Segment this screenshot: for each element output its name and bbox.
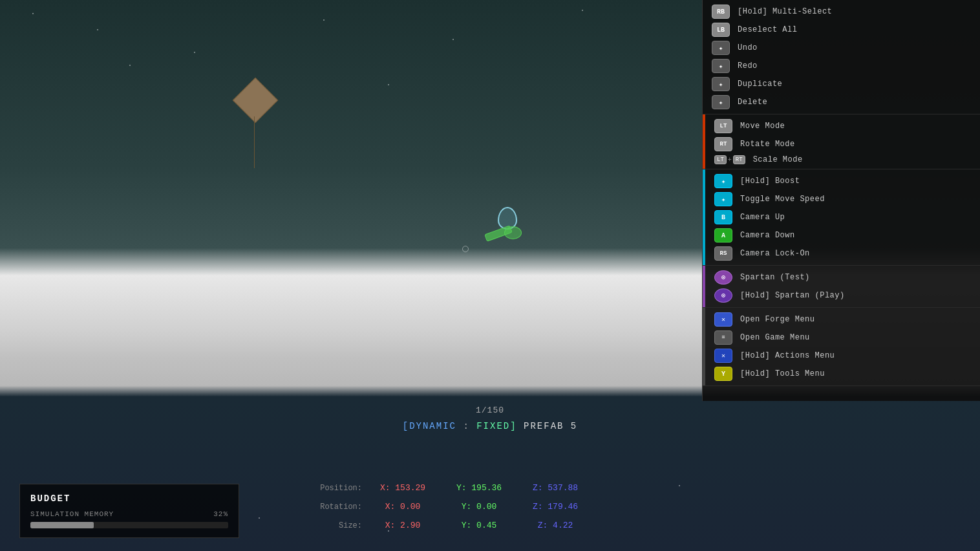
star xyxy=(453,39,454,40)
hold-boost-label: [Hold] Boost xyxy=(740,177,971,186)
budget-title: BUDGET xyxy=(30,493,228,504)
crosshair-dot xyxy=(462,246,469,252)
size-z: Z: 4.22 xyxy=(520,519,591,532)
lt-rt-buttons: LT + RT xyxy=(714,155,745,164)
menu-button: ≡ xyxy=(714,330,732,345)
object-name-separator: : xyxy=(463,421,476,431)
star xyxy=(32,13,34,14)
object-name-main: PREFAB 5 xyxy=(524,421,577,431)
control-move-mode: LT Move Mode xyxy=(703,117,980,135)
control-camera-down: A Camera Down xyxy=(703,226,980,244)
rotation-x: X: 0.00 xyxy=(367,501,438,513)
position-x: X: 153.29 xyxy=(367,482,438,494)
control-camera-lock-on: RS Camera Lock-On xyxy=(703,244,980,263)
control-scale-mode: LT + RT Scale Mode xyxy=(703,153,980,166)
diamond-pole xyxy=(254,116,255,168)
x-button-1: ✕ xyxy=(714,312,732,327)
plus-sign: + xyxy=(728,157,732,164)
sim-memory-percent: 32% xyxy=(213,510,228,518)
diamond-object xyxy=(233,78,278,123)
open-forge-menu-label: Open Forge Menu xyxy=(740,315,971,324)
x-button-2: ✕ xyxy=(714,349,732,363)
properties-panel: Position: X: 153.29 Y: 195.36 Z: 537.88 … xyxy=(317,482,737,538)
budget-panel: BUDGET SIMULATION MEMORY 32% xyxy=(19,484,239,538)
position-row: Position: X: 153.29 Y: 195.36 Z: 537.88 xyxy=(317,482,737,494)
camera-down-label: Camera Down xyxy=(740,231,971,240)
rotation-z: Z: 179.46 xyxy=(520,501,591,513)
dpad-speed-button: ✦ xyxy=(714,192,732,206)
section-menus: ✕ Open Forge Menu ≡ Open Game Menu ✕ [Ho… xyxy=(703,308,980,386)
star xyxy=(194,52,195,53)
sim-memory-label: SIMULATION MEMORY 32% xyxy=(30,510,228,518)
size-label: Size: xyxy=(317,521,362,530)
control-deselect-all: LB Deselect All xyxy=(703,21,980,39)
camera-up-label: Camera Up xyxy=(740,213,971,222)
position-y: Y: 195.36 xyxy=(443,482,515,494)
object-name-dynamic: [DYNAMIC xyxy=(403,421,456,431)
star xyxy=(259,517,260,519)
camera-lock-on-label: Camera Lock-On xyxy=(740,249,971,258)
rt-button-small: RT xyxy=(733,155,745,164)
rotation-label: Rotation: xyxy=(317,502,362,512)
a-button: A xyxy=(714,228,732,243)
open-game-menu-label: Open Game Menu xyxy=(740,333,971,342)
star xyxy=(97,29,98,30)
toggle-move-speed-label: Toggle Move Speed xyxy=(740,195,971,204)
rb-button: RB xyxy=(712,5,730,19)
control-hold-boost: ✦ [Hold] Boost xyxy=(703,172,980,190)
section-camera: ✦ [Hold] Boost ✦ Toggle Move Speed B Cam… xyxy=(703,169,980,266)
counter-value: 1/150 xyxy=(476,405,504,415)
control-undo: ✦ Undo xyxy=(703,39,980,57)
lt-button-small: LT xyxy=(714,155,727,164)
control-delete: ✦ Delete xyxy=(703,93,980,111)
hold-actions-menu-label: [Hold] Actions Menu xyxy=(740,351,971,360)
spartan-play-label: [Hold] Spartan (Play) xyxy=(740,291,971,300)
size-row: Size: X: 2.90 Y: 0.45 Z: 4.22 xyxy=(317,519,737,532)
lt-button: LT xyxy=(714,119,732,133)
control-hold-multiselect: RB [Hold] Multi-Select xyxy=(703,3,980,21)
y-button: Y xyxy=(714,367,732,381)
move-mode-label: Move Mode xyxy=(740,122,971,131)
rs-button: RS xyxy=(714,246,732,261)
control-spartan-play: ⊙ [Hold] Spartan (Play) xyxy=(703,286,980,305)
diamond-shape xyxy=(233,78,279,124)
dpad-right-button: ✦ xyxy=(712,95,730,109)
rt-button: RT xyxy=(714,137,732,151)
star xyxy=(582,10,583,11)
star xyxy=(388,84,389,85)
position-z: Z: 537.88 xyxy=(520,482,591,494)
object-name: [DYNAMIC : FIXED] PREFAB 5 xyxy=(403,421,577,431)
controls-panel: RB [Hold] Multi-Select LB Deselect All ✦… xyxy=(702,0,980,401)
object-counter: 1/150 xyxy=(476,405,504,415)
lb-button: LB xyxy=(712,23,730,37)
section-select: RB [Hold] Multi-Select LB Deselect All ✦… xyxy=(703,0,980,114)
undo-label: Undo xyxy=(738,43,971,52)
dpad-up-button: ✦ xyxy=(712,41,730,55)
deselect-all-label: Deselect All xyxy=(738,25,971,34)
scale-mode-label: Scale Mode xyxy=(753,155,971,164)
star xyxy=(129,65,131,66)
control-open-game-menu: ≡ Open Game Menu xyxy=(703,329,980,347)
delete-label: Delete xyxy=(738,98,971,107)
control-toggle-move-speed: ✦ Toggle Move Speed xyxy=(703,190,980,208)
size-x: X: 2.90 xyxy=(367,519,438,532)
control-spartan-test: ⊙ Spartan (Test) xyxy=(703,268,980,286)
dpad-down-button: ✦ xyxy=(712,59,730,73)
hold-tools-menu-label: [Hold] Tools Menu xyxy=(740,369,971,378)
sim-memory-text: SIMULATION MEMORY xyxy=(30,510,114,518)
rotation-y: Y: 0.00 xyxy=(443,501,515,513)
section-mode: LT Move Mode RT Rotate Mode LT + RT Scal… xyxy=(703,114,980,169)
control-hold-actions-menu: ✕ [Hold] Actions Menu xyxy=(703,347,980,365)
control-open-forge-menu: ✕ Open Forge Menu xyxy=(703,310,980,329)
rotate-mode-label: Rotate Mode xyxy=(740,140,971,149)
control-rotate-mode: RT Rotate Mode xyxy=(703,135,980,153)
circle-button-1: ⊙ xyxy=(714,270,732,285)
control-camera-up: B Camera Up xyxy=(703,208,980,226)
sim-memory-bar-fill xyxy=(30,522,94,528)
control-redo: ✦ Redo xyxy=(703,57,980,75)
object-hammer xyxy=(485,226,524,239)
hold-multiselect-label: [Hold] Multi-Select xyxy=(738,7,971,16)
sim-memory-bar-bg xyxy=(30,522,228,528)
control-hold-tools-menu: Y [Hold] Tools Menu xyxy=(703,365,980,383)
control-duplicate: ✦ Duplicate xyxy=(703,75,980,93)
